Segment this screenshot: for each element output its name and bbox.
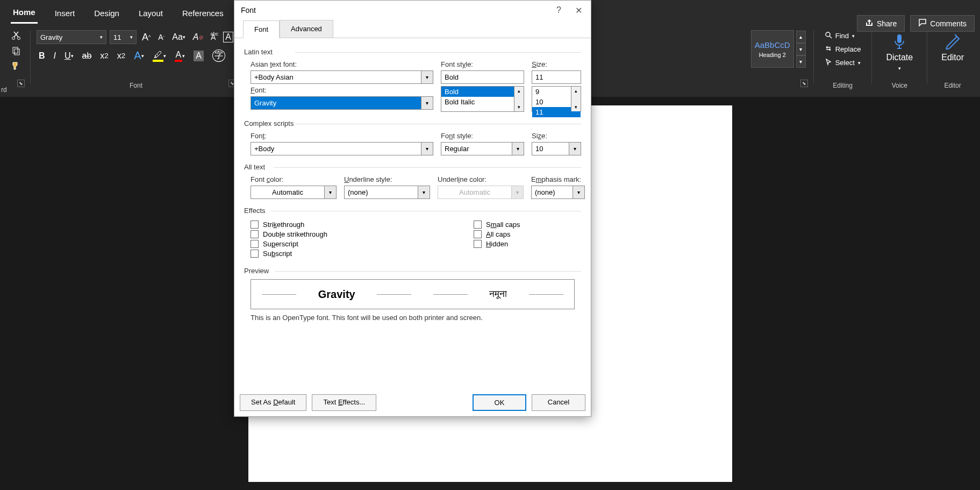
tab-insert[interactable]: Insert bbox=[53, 3, 77, 23]
size-value[interactable] bbox=[532, 70, 581, 84]
underline-button[interactable]: U ▾ bbox=[62, 50, 76, 62]
grow-font-button[interactable]: A^ bbox=[140, 31, 153, 44]
section-preview: Preview bbox=[244, 267, 581, 275]
help-button[interactable]: ? bbox=[554, 3, 563, 18]
cut-icon[interactable] bbox=[11, 30, 22, 41]
font-name-combo[interactable]: Gravity ▾ bbox=[37, 30, 106, 44]
chevron-down-icon[interactable]: ▾ bbox=[512, 142, 524, 155]
format-painter-icon[interactable] bbox=[11, 60, 22, 71]
asian-font-combo[interactable]: +Body Asian ▾ bbox=[251, 70, 433, 84]
select-button[interactable]: Select ▾ bbox=[821, 57, 864, 68]
set-as-default-button[interactable]: Set As Default bbox=[240, 394, 306, 411]
group-editing-label: Editing bbox=[833, 82, 853, 89]
superscript-button[interactable]: x2 bbox=[115, 50, 127, 62]
chevron-down-icon[interactable]: ▾ bbox=[421, 142, 433, 155]
scroll-down-icon[interactable]: ▾ bbox=[571, 103, 581, 111]
list-item[interactable]: Bold Italic bbox=[441, 97, 524, 107]
checkbox-subscript[interactable] bbox=[251, 250, 259, 258]
checkbox-hidden[interactable] bbox=[474, 240, 482, 248]
latin-font-value[interactable] bbox=[251, 96, 421, 110]
font-color-button[interactable]: A ▾ bbox=[173, 49, 188, 63]
preview-line bbox=[377, 294, 411, 295]
tab-home[interactable]: Home bbox=[11, 2, 38, 24]
editor-label: Editor bbox=[941, 53, 964, 62]
chevron-down-icon[interactable]: ▾ bbox=[325, 186, 337, 199]
enclose-characters-button[interactable]: 字 bbox=[210, 48, 227, 63]
replace-button[interactable]: Replace bbox=[821, 44, 864, 55]
share-icon bbox=[865, 18, 874, 29]
find-label: Find bbox=[835, 32, 849, 40]
chevron-down-icon[interactable]: ▾ bbox=[421, 96, 433, 110]
preview-description: This is an OpenType font. This font will… bbox=[244, 314, 581, 322]
chevron-down-icon[interactable]: ▾ bbox=[421, 70, 433, 84]
share-label: Share bbox=[877, 19, 897, 28]
font-style-value[interactable] bbox=[441, 70, 524, 84]
list-item[interactable]: Bold bbox=[441, 87, 524, 97]
editor-button[interactable]: Editor bbox=[935, 30, 970, 65]
tab-advanced[interactable]: Advanced bbox=[280, 20, 333, 38]
emphasis-combo[interactable]: (none) ▾ bbox=[531, 186, 585, 199]
label-strikethrough: Strikethrough bbox=[263, 221, 304, 229]
underline-style-combo[interactable]: (none) ▾ bbox=[344, 186, 430, 199]
style-heading2[interactable]: AaBbCcD Heading 2 bbox=[751, 30, 794, 68]
text-effects-button[interactable]: Text Effects... bbox=[312, 394, 376, 411]
cs-style-combo[interactable]: Regular ▾ bbox=[441, 142, 524, 155]
italic-button[interactable]: I bbox=[52, 50, 58, 62]
shrink-font-button[interactable]: Aˇ bbox=[156, 32, 167, 42]
share-button[interactable]: Share bbox=[857, 15, 905, 32]
phonetic-guide-button[interactable]: abcA bbox=[209, 32, 218, 42]
size-listbox[interactable]: 9 10 11 ▴▾ bbox=[532, 86, 581, 112]
font-style-listbox[interactable]: Bold Bold Italic ▴▾ bbox=[441, 86, 524, 112]
checkbox-superscript[interactable] bbox=[251, 240, 259, 248]
latin-font-combo[interactable]: ▾ bbox=[251, 96, 433, 110]
highlight-button[interactable]: 🖊 ▾ bbox=[151, 49, 168, 63]
comments-label: Comments bbox=[930, 19, 967, 28]
copy-icon[interactable] bbox=[11, 45, 22, 56]
tab-font[interactable]: Font bbox=[243, 20, 280, 38]
subscript-button[interactable]: x2 bbox=[98, 50, 110, 62]
checkbox-all-caps[interactable] bbox=[474, 230, 482, 238]
cancel-button[interactable]: Cancel bbox=[532, 394, 585, 411]
comments-button[interactable]: Comments bbox=[910, 15, 975, 32]
underline-color-combo: Automatic ▾ bbox=[438, 186, 524, 199]
styles-launcher[interactable]: ⬊ bbox=[800, 80, 808, 87]
character-shading-button[interactable]: A bbox=[191, 49, 206, 62]
preview-line bbox=[262, 294, 296, 295]
font-style-input[interactable] bbox=[441, 70, 524, 84]
font-color-combo[interactable]: Automatic ▾ bbox=[251, 186, 337, 199]
styles-scroll-up[interactable]: ▴ bbox=[796, 31, 806, 43]
bold-button[interactable]: B bbox=[37, 50, 47, 62]
chevron-down-icon[interactable]: ▾ bbox=[569, 142, 581, 155]
tab-layout[interactable]: Layout bbox=[137, 3, 165, 23]
cs-style-value: Regular bbox=[441, 142, 512, 155]
chevron-down-icon: ▾ bbox=[898, 66, 901, 71]
section-latin-text: Latin text bbox=[244, 48, 581, 56]
strikethrough-button[interactable]: ab bbox=[80, 50, 94, 62]
ok-button[interactable]: OK bbox=[473, 394, 526, 411]
chevron-down-icon[interactable]: ▾ bbox=[418, 186, 430, 199]
label-hidden: Hidden bbox=[486, 240, 508, 248]
scroll-up-icon[interactable]: ▴ bbox=[571, 87, 581, 95]
styles-more[interactable]: ▾ bbox=[796, 55, 806, 68]
text-effects-button[interactable]: A ▾ bbox=[132, 48, 146, 63]
checkbox-strikethrough[interactable] bbox=[251, 221, 259, 229]
dictate-button[interactable]: Dictate ▾ bbox=[879, 30, 919, 73]
checkbox-double-strikethrough[interactable] bbox=[251, 230, 259, 238]
font-size-combo[interactable]: 11 ▾ bbox=[110, 30, 137, 44]
size-input[interactable] bbox=[532, 70, 581, 84]
scroll-up-icon[interactable]: ▴ bbox=[514, 87, 524, 95]
find-button[interactable]: Find ▾ bbox=[821, 30, 864, 41]
styles-scroll-down[interactable]: ▾ bbox=[796, 43, 806, 55]
tab-design[interactable]: Design bbox=[92, 3, 121, 23]
cs-font-label: Font: bbox=[251, 132, 433, 140]
cs-font-combo[interactable]: +Body ▾ bbox=[251, 142, 433, 155]
checkbox-small-caps[interactable] bbox=[474, 221, 482, 229]
clear-formatting-button[interactable]: A⊘ bbox=[191, 31, 205, 43]
chevron-down-icon[interactable]: ▾ bbox=[573, 186, 585, 199]
scroll-down-icon[interactable]: ▾ bbox=[514, 103, 524, 111]
clipboard-launcher[interactable]: ⬊ bbox=[17, 80, 25, 87]
cs-size-combo[interactable]: 10 ▾ bbox=[532, 142, 581, 155]
tab-references[interactable]: References bbox=[180, 3, 226, 23]
close-button[interactable]: ✕ bbox=[573, 3, 584, 18]
change-case-button[interactable]: Aa▾ bbox=[170, 31, 188, 43]
